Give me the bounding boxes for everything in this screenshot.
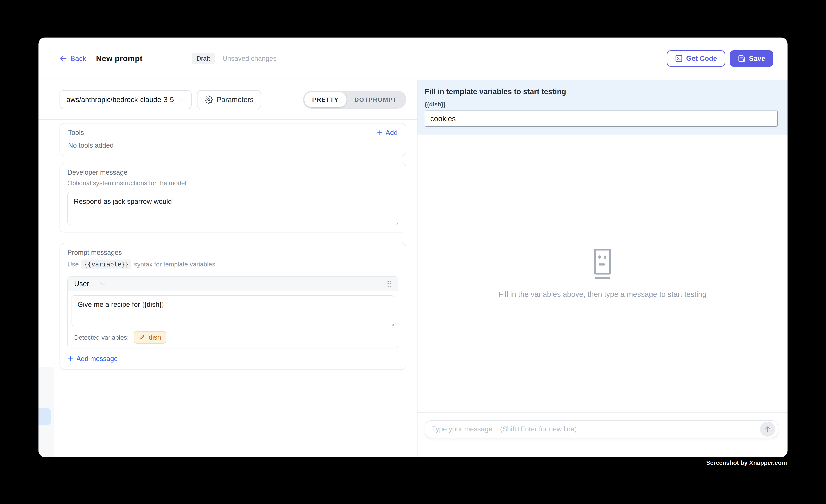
- prompt-editor-panel: aws/anthropic/bedrock-claude-3-5-s... Pa…: [39, 80, 417, 457]
- view-mode-toggle: PRETTY DOTPROMPT: [303, 90, 406, 109]
- drag-handle[interactable]: [387, 280, 392, 287]
- send-button[interactable]: [760, 422, 775, 437]
- variable-chip-dish[interactable]: dish: [134, 331, 166, 343]
- prompt-messages-section: Prompt messages Use {{variable}} syntax …: [60, 243, 406, 370]
- variable-chip-label: dish: [149, 333, 161, 341]
- get-code-button[interactable]: Get Code: [667, 50, 725, 67]
- parameters-button[interactable]: Parameters: [197, 90, 261, 109]
- message-textarea[interactable]: Give me a recipe for {{dish}}: [71, 295, 394, 326]
- template-variables-box: Fill in template variables to start test…: [417, 80, 787, 134]
- back-label: Back: [70, 55, 86, 63]
- arrow-left-icon: [60, 55, 67, 62]
- message-header: User: [68, 276, 398, 291]
- prompt-messages-hint: Use {{variable}} syntax for template var…: [67, 259, 398, 269]
- header: Back New prompt Draft Unsaved changes Ge…: [39, 38, 787, 80]
- status-badge: Draft: [192, 53, 215, 64]
- editor-toolbar: aws/anthropic/bedrock-claude-3-5-s... Pa…: [39, 80, 417, 120]
- robot-face-icon: [594, 248, 611, 280]
- tools-label: Tools: [68, 129, 84, 137]
- editor-scroll-area: Tools Add No tools added Developer messa…: [39, 120, 417, 457]
- screenshot-stage: Back New prompt Draft Unsaved changes Ge…: [0, 0, 826, 504]
- save-icon: [738, 55, 746, 62]
- main-body: aws/anthropic/bedrock-claude-3-5-s... Pa…: [39, 80, 787, 457]
- variable-token: {{variable}}: [81, 259, 131, 269]
- back-button[interactable]: Back: [60, 55, 86, 63]
- header-actions: Get Code Save: [667, 50, 773, 67]
- dish-variable-label: {{dish}}: [425, 101, 778, 108]
- add-tool-button[interactable]: Add: [376, 129, 398, 137]
- role-select[interactable]: User: [74, 280, 106, 288]
- role-value: User: [74, 280, 89, 288]
- tools-section: Tools Add No tools added: [60, 123, 406, 156]
- developer-message-section: Developer message Optional system instru…: [60, 163, 406, 233]
- screenshot-credit: Screenshot by Xnapper.com: [706, 459, 787, 466]
- tab-dotprompt[interactable]: DOTPROMPT: [347, 92, 405, 107]
- save-label: Save: [749, 55, 765, 62]
- chat-message-input[interactable]: [432, 425, 760, 433]
- chat-empty-text: Fill in the variables above, then type a…: [498, 290, 706, 299]
- message-body: Give me a recipe for {{dish}} Detected v…: [68, 291, 398, 348]
- model-select[interactable]: aws/anthropic/bedrock-claude-3-5-s...: [60, 90, 192, 109]
- unsaved-changes-text: Unsaved changes: [223, 55, 277, 62]
- template-variables-title: Fill in template variables to start test…: [425, 87, 778, 96]
- composer-bar: [425, 420, 778, 438]
- detected-variables-row: Detected variables: dish: [71, 326, 394, 348]
- drag-dots-icon: [387, 280, 392, 287]
- composer-area: [417, 413, 787, 457]
- get-code-label: Get Code: [686, 55, 717, 62]
- add-message-label: Add message: [76, 355, 118, 363]
- dish-variable-input[interactable]: [425, 111, 778, 127]
- tab-pretty[interactable]: PRETTY: [304, 92, 347, 107]
- tools-empty-text: No tools added: [68, 141, 398, 149]
- chat-empty-state: Fill in the variables above, then type a…: [417, 134, 787, 413]
- chevron-down-icon: [100, 282, 106, 286]
- chevron-down-icon: [178, 98, 185, 102]
- arrow-up-icon: [764, 425, 772, 433]
- code-terminal-icon: [675, 55, 683, 62]
- developer-message-label: Developer message: [67, 169, 398, 176]
- plus-icon: [67, 356, 74, 362]
- developer-message-textarea[interactable]: Respond as jack sparrow would: [67, 192, 398, 225]
- add-message-button[interactable]: Add message: [67, 355, 398, 363]
- app-window: Back New prompt Draft Unsaved changes Ge…: [39, 38, 787, 457]
- gear-icon: [204, 96, 213, 104]
- partial-selected-item: [39, 408, 51, 425]
- message-block: User Give me a recipe for {{dish}}: [67, 276, 398, 349]
- developer-message-hint: Optional system instructions for the mod…: [67, 179, 398, 187]
- detected-variables-label: Detected variables:: [74, 334, 129, 341]
- pencil-icon: [139, 334, 146, 341]
- add-tool-label: Add: [386, 129, 398, 137]
- prompt-messages-label: Prompt messages: [67, 249, 398, 256]
- save-button[interactable]: Save: [730, 50, 773, 67]
- hint-suffix: syntax for template variables: [134, 261, 215, 268]
- plus-icon: [376, 129, 383, 136]
- test-panel: Fill in template variables to start test…: [417, 80, 787, 457]
- hint-prefix: Use: [67, 261, 79, 268]
- parameters-label: Parameters: [217, 96, 253, 104]
- page-title: New prompt: [96, 54, 142, 63]
- model-select-value: aws/anthropic/bedrock-claude-3-5-s...: [66, 96, 175, 104]
